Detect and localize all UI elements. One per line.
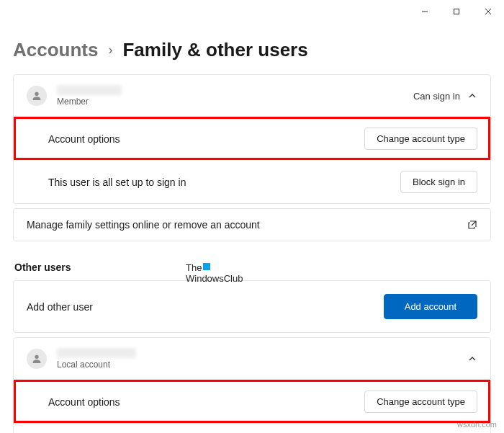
external-link-icon [467,220,477,230]
add-other-user-label: Add other user [27,301,384,313]
family-user-header[interactable]: Member Can sign in [14,75,490,117]
signin-status-row: This user is all set up to sign in Block… [14,160,490,203]
close-button[interactable] [472,1,504,22]
chevron-up-icon [467,354,477,363]
breadcrumb-parent[interactable]: Accounts [13,39,98,61]
titlebar [0,0,504,22]
add-account-button[interactable]: Add account [384,294,477,319]
maximize-button[interactable] [441,1,472,22]
svg-point-4 [35,92,38,96]
chevron-right-icon: › [108,43,112,58]
block-signin-button[interactable]: Block sign in [400,171,477,193]
change-account-type-button[interactable]: Change account type [364,128,477,150]
content-area: Accounts › Family & other users Member C… [0,39,504,433]
family-user-name-redacted [57,85,122,95]
other-user-info: Local account [57,348,467,370]
minimize-button[interactable] [409,1,441,22]
signin-status-text: This user is all set up to sign in [48,177,400,188]
page-title: Family & other users [122,39,307,61]
site-watermark: wsxdn.com [457,420,497,429]
family-user-info: Member [57,85,413,107]
manage-family-row[interactable]: Manage family settings online or remove … [14,209,490,241]
user-avatar-icon [27,349,47,369]
family-user-card: Member Can sign in Account options Chang… [13,74,491,204]
chevron-up-icon [467,91,477,100]
other-user-card: Local account Account options Change acc… [13,337,491,433]
change-account-type-button-other[interactable]: Change account type [364,390,477,413]
other-user-header[interactable]: Local account [14,338,490,380]
breadcrumb: Accounts › Family & other users [13,39,491,61]
account-options-label: Account options [48,133,364,145]
account-options-row-other: Account options Change account type [14,380,490,423]
other-user-role: Local account [57,360,467,370]
user-avatar-icon [27,86,47,106]
add-other-user-card: Add other user Add account [13,280,491,333]
other-user-name-redacted [57,348,136,358]
family-user-status: Can sign in [413,91,460,102]
svg-rect-1 [454,9,459,14]
family-user-role: Member [57,97,413,107]
svg-point-5 [35,355,38,359]
manage-family-card[interactable]: Manage family settings online or remove … [13,208,491,241]
account-options-row: Account options Change account type [14,117,490,160]
account-data-row: Account and data Remove [14,423,490,433]
account-options-label-other: Account options [48,396,364,408]
add-other-user-row: Add other user Add account [14,281,490,332]
manage-family-label: Manage family settings online or remove … [27,219,467,231]
other-users-title: Other users [14,262,491,273]
